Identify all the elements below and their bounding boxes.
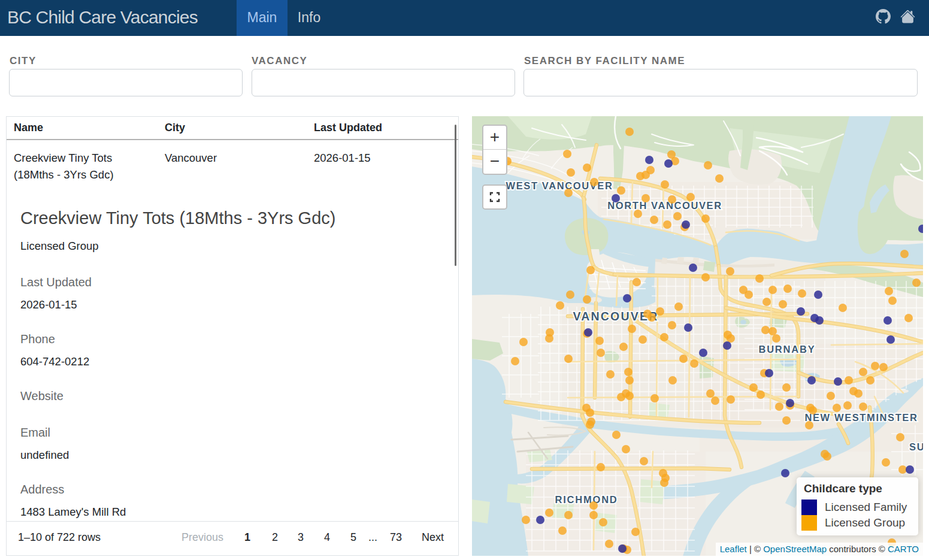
svg-text:RICHMOND: RICHMOND: [555, 494, 618, 505]
svg-text:NORTH VANCOUVER: NORTH VANCOUVER: [607, 200, 722, 211]
svg-text:NEW WESTMINSTER: NEW WESTMINSTER: [805, 412, 918, 423]
svg-text:BURNABY: BURNABY: [758, 344, 815, 355]
svg-text:SURREY: SURREY: [909, 441, 923, 452]
